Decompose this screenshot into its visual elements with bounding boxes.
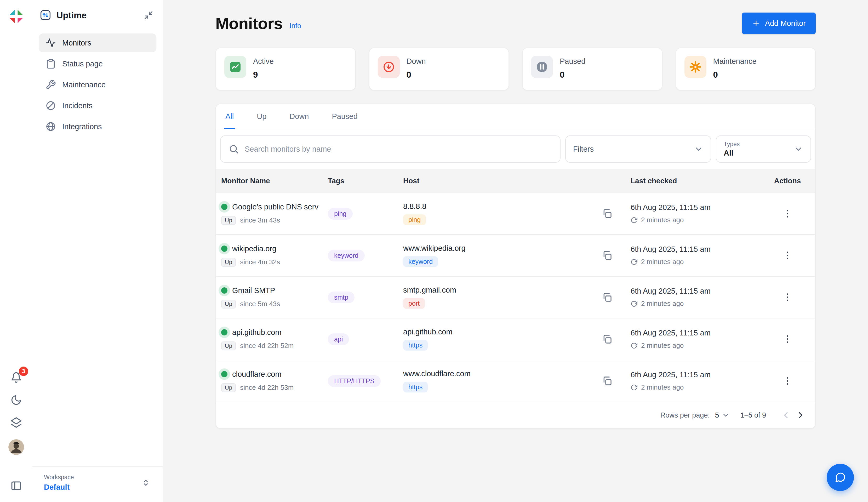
- stat-value: 0: [713, 70, 757, 80]
- chart-up-icon: [229, 61, 241, 73]
- stat-text: Maintenance 0: [713, 56, 757, 80]
- copy-button[interactable]: [600, 207, 614, 221]
- last-checked-cell: 6th Aug 2025, 11:15 am 2 minutes ago: [631, 329, 765, 350]
- tags-cell: ping: [328, 208, 403, 219]
- rail-bottom-cluster: 3: [7, 371, 25, 456]
- sidebar-item-maintenance[interactable]: Maintenance: [39, 75, 156, 94]
- row-actions-menu-button[interactable]: [780, 248, 795, 263]
- monitor-type-badge: keyword: [403, 256, 438, 267]
- refresh-icon: [631, 342, 638, 349]
- copy-button[interactable]: [600, 332, 614, 346]
- actions-cell: [765, 373, 810, 388]
- stat-label: Active: [253, 57, 274, 65]
- tab-up[interactable]: Up: [256, 104, 267, 129]
- user-menu-button[interactable]: [7, 438, 25, 456]
- copy-button[interactable]: [600, 249, 614, 262]
- actions-cell: [765, 332, 810, 346]
- globe-icon: [45, 121, 56, 132]
- table-row[interactable]: Gmail SMTP Upsince 5m 43s smtp smtp.gmai…: [216, 277, 815, 318]
- types-label: Types: [724, 141, 740, 148]
- stats-row: Active 9 Down 0: [215, 48, 816, 91]
- tab-all[interactable]: All: [224, 104, 235, 129]
- table-row[interactable]: api.github.com Upsince 4d 22h 52m api ap…: [216, 318, 815, 360]
- last-checked-ago: 2 minutes ago: [641, 383, 684, 391]
- tags-cell: api: [328, 334, 403, 345]
- status-chip: Up: [221, 341, 236, 350]
- host-cell: www.wikipedia.org keyword: [403, 244, 631, 267]
- host-info: www.wikipedia.org keyword: [403, 244, 466, 267]
- stat-card-maintenance: Maintenance 0: [675, 48, 816, 91]
- sidebar-item-monitors[interactable]: Monitors: [39, 33, 156, 52]
- refresh-icon: [631, 217, 638, 224]
- table-row[interactable]: cloudflare.com Upsince 4d 22h 53m HTTP/H…: [216, 360, 815, 402]
- monitor-name: Gmail SMTP: [232, 286, 275, 295]
- collapse-sidebar-button[interactable]: [142, 8, 155, 22]
- sidebar-layout-icon: [10, 480, 22, 492]
- stat-text: Active 9: [253, 56, 274, 80]
- tab-down[interactable]: Down: [288, 104, 310, 129]
- stat-value: 0: [560, 70, 585, 80]
- sidebar-item-label: Monitors: [62, 39, 91, 47]
- monitors-icon: [45, 38, 56, 48]
- tab-paused[interactable]: Paused: [331, 104, 359, 129]
- last-checked-cell: 6th Aug 2025, 11:15 am 2 minutes ago: [631, 245, 765, 266]
- last-checked-ago: 2 minutes ago: [641, 341, 684, 350]
- stat-value: 0: [406, 70, 426, 80]
- table-row[interactable]: Google’s public DNS serv Upsince 3m 43s …: [216, 193, 815, 235]
- monitor-type-badge: ping: [403, 214, 426, 225]
- chat-fab-button[interactable]: [827, 464, 854, 491]
- status-dot: [221, 287, 227, 294]
- copy-button[interactable]: [600, 374, 614, 388]
- row-actions-menu-button[interactable]: [780, 206, 795, 221]
- monitor-name-cell: cloudflare.com Upsince 4d 22h 53m: [221, 370, 328, 392]
- arrow-down-circle-icon: [382, 61, 395, 73]
- status-chip: Up: [221, 258, 236, 267]
- types-value: All: [724, 149, 740, 157]
- tag-chip: keyword: [328, 250, 365, 262]
- workspace-select-button[interactable]: [140, 477, 152, 489]
- notifications-button[interactable]: 3: [9, 371, 23, 385]
- column-monitor-name: Monitor Name: [221, 177, 328, 185]
- community-button[interactable]: [9, 416, 23, 429]
- dark-mode-toggle[interactable]: [9, 393, 23, 407]
- rows-per-page-label: Rows per page:: [660, 411, 710, 419]
- types-dropdown[interactable]: Types All: [716, 135, 811, 163]
- row-actions-menu-button[interactable]: [780, 332, 795, 346]
- table-toolbar: Filters Types All: [216, 129, 815, 169]
- status-dot: [221, 371, 227, 377]
- chevron-down-icon: [694, 144, 703, 154]
- tag-chip: ping: [328, 208, 353, 219]
- monitor-name-cell: Google’s public DNS serv Upsince 3m 43s: [221, 203, 328, 225]
- filters-label: Filters: [573, 145, 594, 153]
- copy-button[interactable]: [600, 290, 614, 304]
- rows-per-page-value: 5: [715, 411, 719, 419]
- host-info: api.github.com https: [403, 328, 453, 351]
- sidebar-item-integrations[interactable]: Integrations: [39, 117, 156, 136]
- row-actions-menu-button[interactable]: [780, 290, 795, 305]
- uptime-duration: since 4d 22h 53m: [240, 383, 293, 392]
- info-link[interactable]: Info: [289, 22, 301, 30]
- status-dot: [221, 329, 227, 336]
- previous-page-button[interactable]: [778, 408, 793, 422]
- last-checked-date: 6th Aug 2025, 11:15 am: [631, 287, 765, 296]
- gear-icon: [689, 61, 702, 73]
- avatar: [8, 439, 24, 455]
- sidebar-item-incidents[interactable]: Incidents: [39, 96, 156, 115]
- monitor-name-cell: wikipedia.org Upsince 4m 32s: [221, 245, 328, 267]
- rows-per-page-select[interactable]: 5: [715, 411, 730, 419]
- search-input[interactable]: [245, 145, 552, 153]
- filters-dropdown[interactable]: Filters: [565, 135, 711, 163]
- table-row[interactable]: wikipedia.org Upsince 4m 32s keyword www…: [216, 235, 815, 277]
- monitor-name-cell: Gmail SMTP Upsince 5m 43s: [221, 286, 328, 308]
- next-page-button[interactable]: [793, 408, 808, 422]
- sidebar-menu: Monitors Status page Maintenance Inciden…: [39, 33, 156, 136]
- search-icon: [228, 144, 239, 154]
- row-actions-menu-button[interactable]: [780, 373, 795, 388]
- notification-badge: 3: [19, 367, 28, 376]
- workspace-switcher[interactable]: Workspace Default: [32, 467, 163, 502]
- layout-toggle-button[interactable]: [9, 479, 23, 493]
- sidebar-item-status-page[interactable]: Status page: [39, 54, 156, 73]
- types-text: Types All: [724, 141, 740, 157]
- add-monitor-button[interactable]: Add Monitor: [742, 12, 816, 34]
- chevron-left-icon: [781, 410, 791, 420]
